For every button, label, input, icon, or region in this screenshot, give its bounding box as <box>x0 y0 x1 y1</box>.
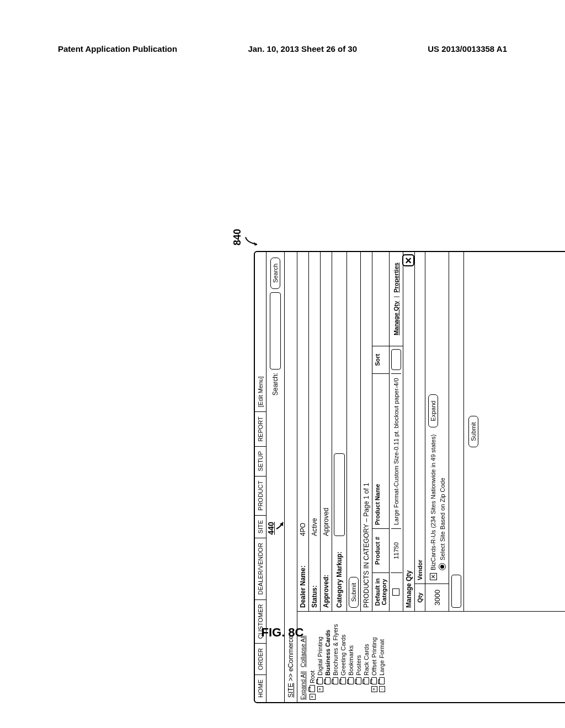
sort-input[interactable] <box>391 349 401 370</box>
vendor-row: 3000 ✕ BizCards-R-Us (234 Sites Nationwi… <box>425 252 449 611</box>
products-table-header: Default in Category Product # Product Na… <box>372 252 390 611</box>
approved-row: Approved: Approved <box>321 252 332 611</box>
vendor-option-main[interactable]: ✕ BizCards-R-Us (234 Sites Nationwide in… <box>428 255 438 580</box>
header-right: US 2013/0013358 A1 <box>428 44 507 53</box>
default-checkbox[interactable] <box>392 588 399 596</box>
tab-product[interactable]: PRODUCT <box>255 476 266 515</box>
zip-input[interactable] <box>451 575 461 608</box>
header-center: Jan. 10, 2013 Sheet 26 of 30 <box>248 44 357 53</box>
callout-440-label: 440 <box>266 522 275 534</box>
submit-row-1: Submit <box>347 252 361 611</box>
tab-site[interactable]: SITE <box>255 515 266 538</box>
page-header: Patent Application Publication Jan. 10, … <box>0 44 565 53</box>
tree-node-brochures[interactable]: Brochures & Flyers <box>332 614 339 684</box>
products-header-row: PRODUCTS IN CATEGORY – Page 1 of 1 <box>361 252 372 611</box>
product-row: 11750 Large Format-Custom Size-0.11 pt. … <box>390 252 403 611</box>
tab-report[interactable]: REPORT <box>255 411 266 446</box>
tree-label: Offset Printing <box>371 638 377 676</box>
properties-link[interactable]: Properties <box>393 263 399 292</box>
search-label: Search: <box>271 373 279 395</box>
tab-home[interactable]: HOME <box>255 675 266 702</box>
tree-label: Large Format <box>379 639 385 676</box>
product-actions: Manage Qty | Properties <box>391 252 401 346</box>
sidebar: Expand All Collapse All + Root + Digital… <box>297 611 565 702</box>
breadcrumb-current: eCommerce <box>287 635 295 671</box>
tab-setup[interactable]: SETUP <box>255 446 266 476</box>
folder-icon <box>325 677 331 684</box>
manage-qty-title: Manage Qty <box>405 570 413 608</box>
product-name-cell: Large Format-Custom Size-0.11 pt. blocko… <box>391 373 401 528</box>
submit-button-2[interactable]: Submit <box>468 416 478 447</box>
search-box: Search: Search <box>270 258 281 395</box>
dealer-name-label: Dealer Name: <box>299 536 307 608</box>
markup-input[interactable] <box>334 453 345 536</box>
col-default: Default in Category <box>372 572 389 611</box>
qty-col-label: Qty <box>415 584 425 611</box>
tree-label: Greeting Cards <box>340 634 347 676</box>
qty-table-header: Qty Vendor <box>415 252 425 611</box>
col-sort: Sort <box>372 346 389 373</box>
tree-node-rack-cards[interactable]: Rack Cards <box>363 614 370 684</box>
tab-order[interactable]: ORDER <box>255 643 266 675</box>
tree-node-greeting-cards[interactable]: Greeting Cards <box>339 614 347 684</box>
manage-qty-header: Manage Qty ✕ <box>403 252 415 611</box>
header-left: Patent Application Publication <box>58 44 177 53</box>
vendor-sub-label: Select Site Based on Zip Code <box>439 478 446 560</box>
tree-node-business-cards[interactable]: Business Cards <box>324 614 332 684</box>
callout-440: 440 <box>266 520 285 537</box>
plus-icon[interactable]: + <box>317 686 323 692</box>
breadcrumb-sep: >> <box>287 673 295 681</box>
expand-button[interactable]: Expand <box>428 394 438 427</box>
close-icon[interactable]: ✕ <box>402 254 414 266</box>
vendor-option-zip[interactable]: Select Site Based on Zip Code <box>439 255 446 580</box>
tab-dealer-vendor[interactable]: DEALER/VENDOR <box>255 538 266 599</box>
status-value: Active <box>311 255 318 536</box>
dealer-name-row: Dealer Name: 4PO <box>297 252 309 611</box>
search-input[interactable] <box>270 292 281 370</box>
folder-icon <box>340 677 346 684</box>
vendor-main-label: BizCards-R-Us (234 Sites Nationwide in 4… <box>430 435 436 570</box>
product-num-cell: 11750 <box>391 528 401 572</box>
breadcrumb-site[interactable]: SITE <box>287 683 295 698</box>
folder-icon <box>371 677 377 684</box>
collapse-all-link[interactable]: Collapse All <box>300 635 306 667</box>
tree-label: Digital Printing <box>317 636 323 676</box>
tree-node-bookmarks[interactable]: Bookmarks <box>347 614 355 684</box>
vendor-cell: ✕ BizCards-R-Us (234 Sites Nationwide in… <box>425 252 449 584</box>
submit-row-2: Submit <box>464 252 483 611</box>
plus-icon[interactable]: + <box>371 686 377 692</box>
approved-label: Approved: <box>322 536 330 608</box>
status-label: Status: <box>311 536 318 608</box>
radio-selected-icon[interactable] <box>439 563 446 570</box>
submit-button-1[interactable]: Submit <box>349 577 359 608</box>
folder-icon <box>364 677 369 684</box>
folder-icon <box>317 677 323 684</box>
figure-caption: FIG. 8C <box>0 625 565 640</box>
minus-icon[interactable]: - <box>379 686 385 692</box>
content-panel: Dealer Name: 4PO Status: Active Approved… <box>297 252 565 611</box>
zip-row <box>449 252 464 611</box>
folder-icon <box>310 685 315 692</box>
tree-label: Rack Cards <box>363 644 370 676</box>
status-row: Status: Active <box>309 252 321 611</box>
tab-edit-menu[interactable]: [Edit Menu] <box>255 372 266 412</box>
tree-node-posters[interactable]: Posters <box>355 614 363 684</box>
plus-icon[interactable]: + <box>310 694 316 700</box>
dealer-name-value: 4PO <box>299 255 307 536</box>
expand-all-link[interactable]: Expand All <box>300 671 306 700</box>
col-product-name: Product Name <box>372 373 389 528</box>
products-header: PRODUCTS IN CATEGORY – Page 1 of 1 <box>363 483 370 608</box>
tree-label: Bookmarks <box>348 645 354 676</box>
col-actions <box>372 252 389 346</box>
search-button[interactable]: Search <box>270 258 280 289</box>
folder-icon <box>356 677 361 684</box>
vendor-col-label: Vendor <box>415 252 425 584</box>
tree-label: Root <box>309 671 316 683</box>
markup-label: Category Markup: <box>335 536 343 608</box>
checkbox-checked-icon[interactable]: ✕ <box>430 573 437 580</box>
approved-value: Approved <box>322 255 330 536</box>
col-product-num: Product # <box>372 528 389 572</box>
folder-icon <box>333 677 338 684</box>
manage-qty-link[interactable]: Manage Qty <box>393 301 399 335</box>
folder-icon <box>379 677 385 684</box>
